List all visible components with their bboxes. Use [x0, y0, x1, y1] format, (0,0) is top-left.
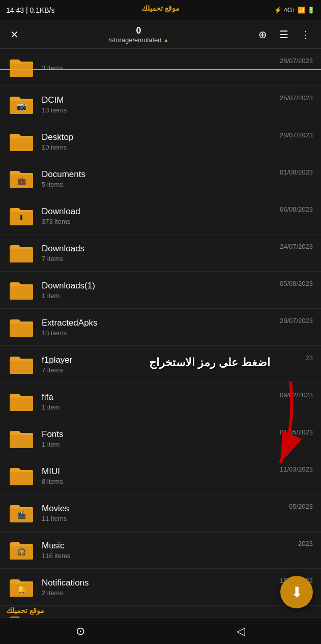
file-name: Movies — [42, 504, 282, 514]
list-item[interactable]: Fonts1 item04/05/2023 — [0, 420, 321, 457]
file-meta: 7 items — [42, 255, 273, 262]
list-item[interactable]: fifa1 item09/02/2023 — [0, 383, 321, 420]
file-name: Downloads(1) — [42, 281, 273, 291]
file-info: fifa1 item — [42, 392, 273, 411]
file-info: Downloads(1)1 item — [42, 281, 273, 300]
folder-icon — [8, 314, 35, 340]
file-name: Desktop — [42, 132, 273, 142]
folder-icon — [8, 240, 35, 266]
file-info: Music116 items — [42, 541, 291, 560]
battery-icon: 🔋 — [307, 7, 315, 14]
file-date: 2023 — [298, 540, 313, 547]
file-info: Download373 items — [42, 207, 273, 225]
current-path: /storage/emulated ▲ — [109, 36, 169, 44]
list-item[interactable]: 3 items28/07/2023 — [0, 49, 321, 86]
svg-text:🎧: 🎧 — [17, 548, 26, 557]
file-meta: 8 items — [42, 478, 273, 485]
list-item[interactable]: 🔔 Notifications2 items15/06/2022 — [0, 569, 321, 606]
file-date: 06/08/2023 — [280, 206, 313, 213]
folder-icon: 📷 — [8, 91, 35, 118]
svg-text:📷: 📷 — [16, 101, 26, 111]
file-date: 04/05/2023 — [280, 428, 313, 436]
file-date: 28/07/2023 — [280, 131, 313, 139]
list-item[interactable]: 🎬 Movies11 items05/2023 — [0, 494, 321, 532]
file-date: 25/07/2023 — [280, 94, 313, 102]
svg-text:💼: 💼 — [17, 177, 26, 185]
list-item[interactable]: f1player7 items23 — [0, 346, 321, 383]
top-border-line — [0, 69, 321, 70]
list-item[interactable]: 💼 Documents5 items01/08/2023 — [0, 160, 321, 197]
folder-icon: 🔔 — [8, 574, 35, 600]
file-info: ExtractedApks13 items — [42, 318, 273, 337]
list-item[interactable]: Pictures — [0, 606, 321, 618]
file-meta: 373 items — [42, 218, 273, 225]
path-arrow-icon: ▲ — [164, 37, 169, 43]
file-date: 01/08/2023 — [280, 168, 313, 176]
file-name: Documents — [42, 169, 273, 180]
file-date: 09/02/2023 — [280, 391, 313, 399]
add-button[interactable]: ⊕ — [254, 24, 271, 45]
file-list: 3 items28/07/2023 📷 DCIM13 items25/07/20… — [0, 49, 321, 618]
toolbar-actions: ⊕ ☰ ⋮ — [254, 24, 315, 45]
folder-icon: 🎧 — [8, 537, 35, 563]
back-button[interactable]: ◁ — [226, 621, 255, 642]
file-name: ExtractedApks — [42, 318, 273, 328]
file-name: Download — [42, 207, 273, 217]
home-button[interactable]: ⊙ — [66, 621, 95, 642]
file-meta: 2 items — [42, 589, 273, 597]
list-item[interactable]: ⬇ Download373 items06/08/2023 — [0, 197, 321, 235]
file-name: f1player — [42, 355, 299, 365]
list-item[interactable]: 🎧 Music116 items2023 — [0, 532, 321, 569]
file-info: DCIM13 items — [42, 95, 273, 114]
signal-icon: 4G+ — [284, 7, 296, 14]
fab-extract-button[interactable]: ⬇ — [280, 576, 313, 608]
folder-icon — [8, 351, 35, 377]
folder-icon — [8, 388, 35, 415]
file-info: MIUI8 items — [42, 466, 273, 485]
file-name: Downloads — [42, 244, 273, 254]
wifi-icon: 📶 — [298, 7, 305, 14]
file-meta: 10 items — [42, 143, 273, 151]
file-name: fifa — [42, 392, 273, 402]
file-meta: 1 item — [42, 292, 273, 300]
file-name: Notifications — [42, 578, 273, 588]
toolbar: ✕ 0 /storage/emulated ▲ ⊕ ☰ ⋮ — [0, 20, 321, 49]
selection-count: 0 — [136, 25, 141, 36]
file-info: f1player7 items — [42, 355, 299, 374]
folder-icon: 🎬 — [8, 500, 35, 526]
list-item[interactable]: ExtractedApks13 items29/07/2023 — [0, 309, 321, 346]
list-item[interactable]: MIUI8 items11/03/2023 — [0, 457, 321, 494]
file-meta: 11 items — [42, 515, 282, 522]
toolbar-title: 0 /storage/emulated ▲ — [27, 25, 250, 44]
folder-icon: ⬇ — [8, 202, 35, 229]
list-item[interactable]: 📷 DCIM13 items25/07/2023 — [0, 86, 321, 123]
folder-icon — [8, 611, 35, 618]
list-item[interactable]: Desktop10 items28/07/2023 — [0, 123, 321, 160]
file-name: Fonts — [42, 429, 273, 440]
more-options-button[interactable]: ⋮ — [297, 24, 315, 45]
bottom-navigation: ⊙ ◁ — [0, 618, 321, 644]
folder-icon: 💼 — [8, 165, 35, 192]
file-name: MIUI — [42, 466, 273, 477]
file-date: 23 — [306, 354, 313, 362]
close-button[interactable]: ✕ — [6, 24, 23, 45]
folder-icon — [8, 462, 35, 489]
folder-icon — [8, 425, 35, 452]
list-item[interactable]: Downloads(1)1 item05/08/2023 — [0, 272, 321, 309]
file-info: Fonts1 item — [42, 429, 273, 448]
svg-text:🎬: 🎬 — [17, 511, 26, 519]
list-view-button[interactable]: ☰ — [275, 24, 293, 45]
status-icons: ⚡ 4G+ 📶 🔋 — [274, 7, 315, 14]
file-info: Documents5 items — [42, 169, 273, 188]
svg-text:🔔: 🔔 — [17, 585, 26, 594]
file-date: 11/03/2023 — [280, 465, 313, 473]
file-name: DCIM — [42, 95, 273, 105]
folder-icon — [8, 128, 35, 155]
file-date: 28/07/2023 — [280, 57, 313, 65]
file-date: 29/07/2023 — [280, 317, 313, 325]
status-bar: 14:43 | 0.1KB/s ⚡ 4G+ 📶 🔋 — [0, 0, 321, 20]
file-meta: 5 items — [42, 181, 273, 188]
list-item[interactable]: Downloads7 items24/07/2023 — [0, 235, 321, 272]
extract-icon: ⬇ — [291, 584, 303, 601]
file-info: Desktop10 items — [42, 132, 273, 151]
